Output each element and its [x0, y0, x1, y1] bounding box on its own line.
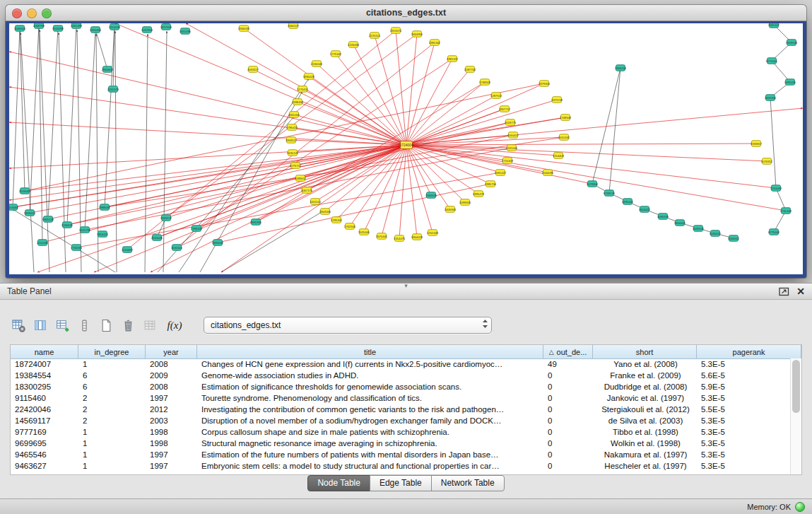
network-node[interactable]: 1813074: [390, 28, 402, 34]
network-edge[interactable]: [406, 145, 417, 237]
network-edge[interactable]: [85, 30, 95, 230]
network-node[interactable]: 1030631: [61, 222, 73, 228]
network-canvas[interactable]: 1724004224004618300291275411193845518414…: [9, 23, 803, 274]
network-edge[interactable]: [115, 31, 117, 272]
network-node[interactable]: 1854421: [97, 231, 109, 238]
network-node[interactable]: 1938455: [292, 99, 304, 105]
function-builder-button[interactable]: f(x): [167, 318, 182, 332]
network-edge[interactable]: [375, 35, 406, 145]
network-node[interactable]: 2240046: [311, 61, 323, 67]
network-edge[interactable]: [406, 108, 803, 145]
network-node[interactable]: 1981302: [429, 40, 441, 46]
network-node[interactable]: 1929539: [786, 40, 798, 46]
network-node[interactable]: 1893532: [212, 240, 224, 246]
network-edge[interactable]: [406, 83, 544, 145]
network-edge[interactable]: [179, 78, 309, 272]
column-header-out-degree[interactable]: △out_de...: [543, 345, 593, 358]
network-edge[interactable]: [9, 52, 406, 145]
network-edge[interactable]: [382, 145, 406, 236]
network-node[interactable]: 1660127: [288, 23, 300, 28]
network-node[interactable]: 1909117: [286, 137, 298, 144]
network-node[interactable]: 1826305: [765, 95, 777, 101]
network-node[interactable]: 9245012: [710, 230, 722, 237]
network-edge[interactable]: [609, 68, 620, 193]
network-node[interactable]: 1981322: [447, 56, 459, 62]
network-node[interactable]: 1210039: [770, 185, 782, 192]
table-row[interactable]: 1872400712008Changes of HCN gene express…: [11, 358, 791, 370]
network-node[interactable]: 1099612: [295, 175, 307, 182]
network-node[interactable]: 1732095: [71, 245, 83, 251]
new-table-icon[interactable]: [99, 318, 113, 332]
table-row[interactable]: 977716911998Corpus callosum shape and si…: [11, 426, 791, 438]
network-node[interactable]: 1720409: [502, 158, 514, 164]
network-node[interactable]: 2053117: [247, 66, 259, 73]
network-node[interactable]: 6775044: [768, 229, 780, 235]
create-column-icon[interactable]: [55, 318, 69, 332]
network-edge[interactable]: [145, 34, 148, 272]
network-node[interactable]: 1973749: [551, 97, 563, 103]
network-node[interactable]: 2520046: [151, 235, 163, 241]
network-edge[interactable]: [59, 33, 66, 272]
network-node[interactable]: 1909420: [24, 210, 36, 216]
network-node[interactable]: 2526069: [19, 188, 31, 194]
network-node[interactable]: 1247653: [141, 27, 153, 33]
network-node[interactable]: 1604422: [639, 206, 651, 213]
network-node[interactable]: 1593817: [751, 141, 763, 147]
network-edge[interactable]: [67, 25, 76, 225]
network-node[interactable]: 1630120: [287, 150, 299, 156]
network-node[interactable]: 1830029: [303, 74, 315, 80]
network-node[interactable]: 8799176: [604, 190, 616, 197]
network-node[interactable]: 1287513: [490, 93, 502, 99]
panel-resize-handle[interactable]: ▾: [404, 282, 408, 289]
network-node[interactable]: 1591427: [768, 23, 780, 28]
network-node[interactable]: 1789439: [191, 226, 203, 232]
network-node[interactable]: 1724004: [400, 141, 413, 149]
network-node[interactable]: 1785422: [286, 124, 298, 131]
network-node[interactable]: 1201094: [37, 240, 49, 246]
network-node[interactable]: 1645505: [693, 226, 705, 232]
network-edge[interactable]: [48, 28, 58, 219]
network-node[interactable]: 1775342: [330, 51, 342, 57]
column-header-title[interactable]: title: [197, 345, 543, 358]
network-edge[interactable]: [336, 145, 406, 220]
network-edge[interactable]: [20, 28, 25, 191]
table-row[interactable]: 1456911722003Disruption of a novel membe…: [11, 415, 791, 426]
network-node[interactable]: 1530512: [728, 235, 740, 242]
column-icon[interactable]: [77, 318, 91, 332]
network-node[interactable]: 1651104: [171, 245, 183, 251]
column-header-name[interactable]: name: [11, 345, 78, 358]
network-node[interactable]: 1605943: [445, 206, 457, 213]
import-table-icon[interactable]: [143, 318, 157, 332]
network-edge[interactable]: [406, 82, 485, 145]
network-node[interactable]: 1803345: [319, 209, 331, 215]
close-panel-icon[interactable]: ✕: [796, 286, 805, 296]
network-node[interactable]: 1748508: [560, 115, 572, 121]
network-node[interactable]: 1966434: [615, 65, 627, 71]
network-edge[interactable]: [163, 31, 167, 272]
network-node[interactable]: 1584545: [425, 192, 437, 199]
memory-status-indicator[interactable]: [795, 502, 805, 512]
network-edge[interactable]: [9, 87, 406, 145]
close-button[interactable]: [12, 8, 22, 18]
scrollbar-thumb[interactable]: [792, 360, 800, 413]
network-edge[interactable]: [30, 25, 39, 213]
network-node[interactable]: 1154409: [553, 153, 565, 159]
network-node[interactable]: 1045003: [14, 25, 26, 32]
network-node[interactable]: 2891956: [250, 219, 262, 226]
network-edge[interactable]: [406, 144, 756, 145]
network-node[interactable]: 9273441: [766, 58, 778, 64]
network-table-dropdown[interactable]: citations_edges.txt: [204, 317, 492, 334]
network-edge[interactable]: [218, 184, 490, 243]
network-node[interactable]: 5905133: [42, 216, 54, 223]
select-columns-icon[interactable]: [33, 318, 47, 332]
network-node[interactable]: 1134487: [122, 247, 134, 253]
tab-network-table[interactable]: Network Table: [431, 475, 505, 491]
network-node[interactable]: 1946033: [238, 25, 250, 32]
network-node[interactable]: 1762544: [344, 223, 356, 230]
network-edge[interactable]: [13, 145, 406, 207]
network-edge[interactable]: [95, 30, 107, 69]
zoom-button[interactable]: [42, 8, 52, 18]
network-node[interactable]: 1748503: [479, 79, 491, 86]
table-row[interactable]: 969969511998Structural magnetic resonanc…: [11, 438, 791, 449]
network-node[interactable]: 1879304: [539, 81, 551, 87]
